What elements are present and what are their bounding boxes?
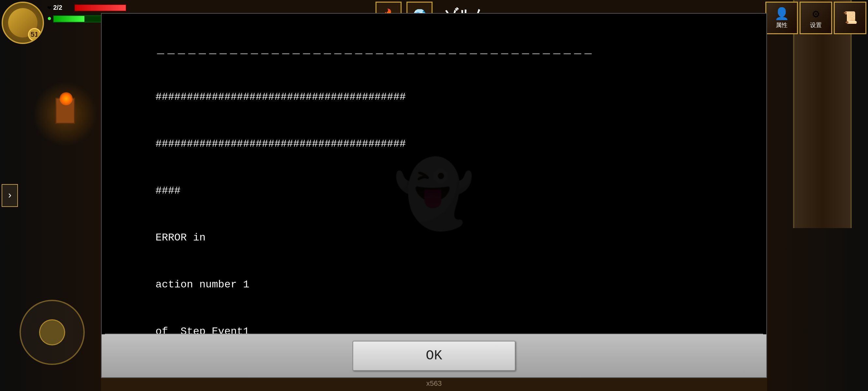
nav-arrow-left[interactable]: › (2, 184, 18, 207)
hp-row: ❤ 2/2 (47, 3, 126, 12)
attribute-icon: 👤 (774, 7, 789, 21)
attribute-button[interactable]: 👤 属性 (765, 2, 798, 34)
error-text: ＿＿＿＿＿＿＿＿＿＿＿＿＿＿＿＿＿＿＿＿＿＿＿＿＿＿＿＿＿＿＿＿＿＿＿＿＿＿＿＿… (118, 27, 750, 334)
hash-line-3: #### (155, 185, 181, 197)
coordinates-display: x563 (426, 379, 442, 388)
error-content: ＿＿＿＿＿＿＿＿＿＿＿＿＿＿＿＿＿＿＿＿＿＿＿＿＿＿＿＿＿＿＿＿＿＿＿＿＿＿＿＿… (102, 14, 766, 334)
hp-bar-fill (75, 5, 126, 11)
settings-label: 设置 (810, 21, 822, 29)
error-footer: OK (102, 334, 766, 377)
gear-icon: ⚙ (812, 7, 819, 21)
hp-bar-bg (74, 4, 126, 11)
ok-button[interactable]: OK (352, 341, 516, 371)
mana-icon: ● (47, 15, 52, 23)
attribute-label: 属性 (776, 21, 787, 29)
hash-line-2: ######################################## (155, 138, 406, 150)
joystick-inner (39, 319, 65, 345)
error-dialog: 👻 ＿＿＿＿＿＿＿＿＿＿＿＿＿＿＿＿＿＿＿＿＿＿＿＿＿＿＿＿＿＿＿＿＿＿＿＿＿＿… (101, 13, 767, 378)
heart-icon: ❤ (47, 3, 52, 12)
error-label: ERROR in (155, 232, 206, 244)
joystick[interactable] (20, 300, 85, 365)
mp-bar-bg (53, 15, 105, 23)
scroll-button[interactable]: 📜 (834, 2, 866, 34)
scroll-icon: 📜 (843, 11, 858, 25)
level-badge: 51 (28, 28, 41, 41)
mp-bar-fill (54, 16, 84, 22)
nav-arrow-icon: › (7, 190, 13, 201)
torch (55, 98, 75, 124)
hud-topright: 👤 属性 ⚙ 设置 📜 (765, 2, 866, 34)
action-number-label: action number 1 (155, 278, 249, 291)
column-right (793, 0, 852, 228)
hash-line-1: ######################################## (155, 91, 406, 103)
hud-topleft: 51 ❤ 2/2 ● (0, 0, 101, 42)
settings-button[interactable]: ⚙ 设置 (800, 2, 832, 34)
avatar: 51 (2, 2, 44, 44)
separator-line: ＿＿＿＿＿＿＿＿＿＿＿＿＿＿＿＿＿＿＿＿＿＿＿＿＿＿＿＿＿＿＿＿＿＿＿＿＿＿＿＿… (155, 44, 593, 56)
hp-counter: 2/2 (53, 4, 73, 11)
of-label: of Step Event1 (155, 326, 249, 334)
